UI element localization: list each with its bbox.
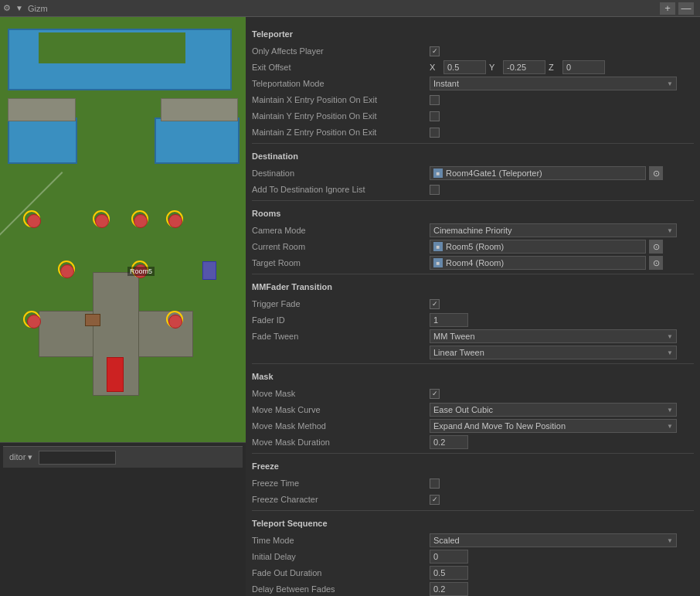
z-label: Z: [549, 63, 559, 72]
add-to-ignore-value: [430, 185, 694, 195]
chest-object: [85, 314, 100, 326]
fader-id-input[interactable]: [430, 313, 468, 327]
fade-out-duration-label: Fade Out Duration: [252, 568, 430, 577]
top-bar: ⚙ ▼ Gizm: [0, 0, 246, 17]
enemy-7: [134, 214, 148, 228]
search-input[interactable]: [39, 451, 116, 465]
water-left: [8, 117, 77, 164]
fader-id-value: [430, 313, 694, 327]
exit-offset-x-input[interactable]: [443, 60, 486, 74]
delay-between-fades-input[interactable]: [430, 582, 468, 596]
fade-tween-dropdown[interactable]: MM Tween ▼: [430, 329, 677, 343]
teleportation-mode-label: Teleportation Mode: [252, 79, 430, 88]
add-to-ignore-checkbox[interactable]: [430, 185, 440, 195]
maintain-x-label: Maintain X Entry Position On Exit: [252, 95, 430, 104]
teleportation-mode-value: Instant ▼: [430, 77, 694, 90]
maintain-y-checkbox[interactable]: [430, 111, 440, 121]
fade-tween2-dropdown[interactable]: Linear Tween ▼: [430, 346, 677, 359]
time-mode-row: Time Mode Scaled ▼: [252, 533, 694, 548]
fader-id-row: Fader ID: [252, 312, 694, 328]
dropdown-arrow: ▼: [667, 80, 673, 87]
exit-offset-value: X Y Z: [430, 60, 694, 74]
fade-tween-label: Fade Tween: [252, 332, 430, 341]
player-character: [202, 261, 216, 280]
freeze-section-header: Freeze: [252, 460, 694, 472]
divider-3: [252, 274, 694, 274]
camera-mode-dropdown[interactable]: Cinemachine Priority ▼: [430, 223, 677, 237]
initial-delay-input[interactable]: [430, 550, 468, 564]
red-door: [107, 357, 124, 392]
destination-value: ■ Room4Gate1 (Teleporter) ⊙: [430, 166, 694, 180]
exit-offset-y-input[interactable]: [503, 60, 545, 74]
y-label: Y: [489, 63, 500, 72]
destination-pick-button[interactable]: ⊙: [649, 166, 663, 180]
move-mask-curve-label: Move Mask Curve: [252, 405, 430, 414]
mask-section-header: Mask: [252, 370, 694, 383]
time-mode-text: Scaled: [433, 536, 460, 545]
target-room-ref[interactable]: ■ Room4 (Room): [430, 256, 646, 270]
freeze-time-checkbox[interactable]: [430, 479, 440, 489]
fade-tween-arrow: ▼: [667, 333, 673, 340]
destination-ref[interactable]: ■ Room4Gate1 (Teleporter): [430, 166, 646, 180]
target-room-value: ■ Room4 (Room) ⊙: [430, 256, 694, 270]
freeze-character-checkbox[interactable]: [430, 495, 440, 505]
add-button[interactable]: +: [660, 2, 675, 15]
move-mask-curve-arrow: ▼: [667, 407, 673, 414]
move-mask-method-dropdown[interactable]: Expand And Move To New Position ▼: [430, 419, 677, 433]
maintain-z-value: [430, 128, 694, 138]
bottom-bar: ditor ▾: [3, 446, 243, 468]
teleportation-mode-row: Teleportation Mode Instant ▼: [252, 76, 694, 91]
move-mask-label: Move Mask: [252, 389, 430, 398]
move-mask-row: Move Mask: [252, 386, 694, 401]
camera-mode-row: Camera Mode Cinemachine Priority ▼: [252, 223, 694, 238]
freeze-time-value: [430, 479, 694, 489]
divider-2: [252, 200, 694, 201]
time-mode-arrow: ▼: [667, 537, 673, 544]
current-room-pick-button[interactable]: ⊙: [649, 240, 663, 254]
move-mask-duration-input[interactable]: [430, 435, 468, 449]
destination-row: Destination ■ Room4Gate1 (Teleporter) ⊙: [252, 165, 694, 181]
only-affects-player-checkbox[interactable]: [430, 46, 440, 56]
fade-tween-value: MM Tween ▼: [430, 329, 694, 343]
current-room-ref[interactable]: ■ Room5 (Room): [430, 240, 646, 254]
water-top-inner: [39, 32, 185, 63]
move-mask-curve-row: Move Mask Curve Ease Out Cubic ▼: [252, 402, 694, 417]
move-mask-value: [430, 389, 694, 399]
mmfader-section-header: MMFader Transition: [252, 281, 694, 293]
maintain-z-label: Maintain Z Entry Position On Exit: [252, 128, 430, 137]
enemy-5: [27, 315, 41, 329]
room-label: Room5: [127, 267, 155, 276]
destination-ref-text: Room4Gate1 (Teleporter): [446, 169, 542, 178]
fade-tween-text: MM Tween: [433, 332, 475, 341]
enemy-6: [168, 315, 182, 329]
move-mask-duration-row: Move Mask Duration: [252, 434, 694, 450]
x-label: X: [430, 63, 440, 72]
exit-offset-z-input[interactable]: [562, 60, 605, 74]
initial-delay-row: Initial Delay: [252, 549, 694, 564]
trigger-fade-checkbox[interactable]: [430, 299, 440, 309]
maintain-y-label: Maintain Y Entry Position On Exit: [252, 111, 430, 121]
fade-out-duration-value: [430, 566, 694, 580]
fade-out-duration-input[interactable]: [430, 566, 468, 580]
add-to-ignore-label: Add To Destination Ignore List: [252, 185, 430, 194]
move-mask-duration-value: [430, 435, 694, 449]
maintain-x-checkbox[interactable]: [430, 95, 440, 105]
delay-between-fades-row: Delay Between Fades: [252, 581, 694, 596]
move-mask-curve-value: Ease Out Cubic ▼: [430, 403, 694, 417]
remove-button[interactable]: —: [678, 2, 694, 15]
trigger-fade-label: Trigger Fade: [252, 299, 430, 308]
time-mode-dropdown[interactable]: Scaled ▼: [430, 533, 677, 547]
time-mode-label: Time Mode: [252, 536, 430, 545]
move-mask-method-value: Expand And Move To New Position ▼: [430, 419, 694, 433]
freeze-character-label: Freeze Character: [252, 495, 430, 504]
freeze-time-row: Freeze Time: [252, 475, 694, 491]
trigger-fade-value: [430, 299, 694, 309]
target-room-pick-button[interactable]: ⊙: [649, 256, 663, 270]
maintain-z-checkbox[interactable]: [430, 128, 440, 138]
initial-delay-value: [430, 550, 694, 564]
teleporter-section-header: Teleporter: [252, 28, 694, 40]
move-mask-checkbox[interactable]: [430, 389, 440, 399]
move-mask-curve-dropdown[interactable]: Ease Out Cubic ▼: [430, 403, 677, 417]
teleportation-mode-dropdown[interactable]: Instant ▼: [430, 77, 677, 90]
fader-id-label: Fader ID: [252, 315, 430, 325]
